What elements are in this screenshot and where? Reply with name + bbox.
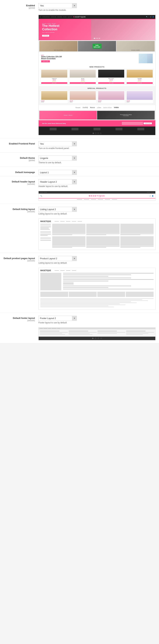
product-detail-add-to-cart-btn[interactable] (63, 282, 73, 285)
promo-shop-btn[interactable]: SHOP NOW (41, 60, 50, 62)
product-detail-line-price (63, 278, 131, 278)
footer-preview-col-3-line-2 (98, 333, 117, 334)
listing-sidebar-line-5 (40, 235, 48, 236)
product-below-ph-2 (69, 292, 97, 297)
listing-product-2 (86, 224, 120, 236)
footer-page-dot-4 (100, 132, 101, 134)
store-nav-links-left: ≡ CATEGORIES CATALOG BRANDS BLOG OUTLET (40, 16, 72, 18)
default-listing-layout-hint: Listing layout to use by default. (38, 212, 155, 217)
enabled-select-wrapper[interactable]: Yes No ▼ (38, 3, 77, 8)
footer-preview-bottom-dot-2 (95, 338, 96, 339)
default-header-layout-hint: Header layout to use by default. (38, 184, 155, 189)
enabled-frontend-panel-label: Enabled Frontend Panel (4, 142, 35, 145)
default-product-pages-layout-row: Default product pages layout [website] P… (0, 253, 159, 312)
product-price-4: $39.95 (127, 80, 153, 80)
product-layout-details (63, 273, 153, 290)
product-layout-preview-logo: MAGETIQUE (40, 270, 51, 272)
enabled-frontend-panel-select[interactable]: Yes No (38, 141, 77, 146)
default-listing-layout-select[interactable]: Listing Layout 1 Listing Layout 2 Listin… (38, 207, 77, 212)
header-preview-topbar (39, 191, 155, 194)
default-listing-layout-row: Default listing layout [website] Listing… (0, 204, 159, 253)
enabled-frontend-panel-row: Enabled Frontend Panel Yes No ▼ Turn on … (0, 138, 159, 152)
product-add-btn-2[interactable]: ADD TO CART (70, 82, 96, 84)
product-detail-line-extra-3 (63, 289, 153, 290)
header-nav-sub-item-2 (84, 199, 89, 200)
header-layout-preview: 🔍 MAGETIQUE ♡ 🛒 👤 (38, 191, 155, 201)
default-theme-select[interactable]: Lingerie Classic (38, 156, 77, 161)
hero-shop-btn[interactable]: SHOP NOW (42, 35, 49, 36)
default-listing-layout-label: Default listing layout (4, 208, 35, 210)
default-footer-layout-select[interactable]: Footer Layout 1 Footer Layout 2 Footer L… (38, 316, 77, 321)
newsletter-input[interactable] (122, 122, 143, 125)
default-listing-layout-select-wrapper[interactable]: Listing Layout 1 Listing Layout 2 Listin… (38, 207, 77, 212)
listing-product-4 (52, 236, 86, 248)
footer-page-dot-3 (98, 132, 99, 134)
special-card-1: $19.95 $29.95 (40, 90, 68, 103)
newsletter-btn[interactable]: SUBSCRIBE (144, 122, 152, 124)
listing-product-ph-2 (86, 224, 120, 233)
default-homepage-select[interactable]: Layout 1 Layout 2 Layout 3 (38, 170, 77, 175)
footer-col-1 (50, 128, 57, 130)
default-theme-content: Lingerie Classic ▼ Theme to use by defau… (38, 156, 155, 166)
footer-preview-col-1-line-1 (40, 332, 68, 333)
listing-product-info-5 (86, 246, 120, 248)
listing-product-6 (120, 236, 153, 248)
product-card-4: Gold Bikini $39.95 ★★★★★ ADD TO CART (126, 69, 153, 85)
default-header-layout-select-wrapper[interactable]: Header Layout 1 Header Layout 2 Header L… (38, 179, 77, 184)
default-homepage-select-wrapper[interactable]: Layout 1 Layout 2 Layout 3 ▼ (38, 170, 77, 175)
default-footer-layout-select-wrapper[interactable]: Footer Layout 1 Footer Layout 2 Footer L… (38, 316, 77, 321)
product-add-btn-4[interactable]: ADD TO CART (127, 82, 153, 84)
default-product-pages-layout-select[interactable]: Product Layout 1 Product Layout 2 Produc… (38, 256, 77, 261)
hero-dots (94, 38, 100, 39)
product-img-3 (98, 70, 124, 78)
header-topbar-link-3 (147, 192, 150, 192)
product-add-btn-1[interactable]: ADD TO CART (41, 82, 67, 84)
default-header-layout-select[interactable]: Header Layout 1 Header Layout 2 Header L… (38, 179, 77, 184)
footer-preview-topstrip-line-3 (48, 328, 51, 328)
default-homepage-label: Default homepage (4, 171, 35, 174)
enabled-frontend-panel-content: Yes No ▼ Turn on to enable frontend pane… (38, 141, 155, 151)
default-header-layout-row: Default header layout [website] Header L… (0, 176, 159, 204)
footer-col-5 (137, 128, 144, 130)
default-product-pages-layout-select-wrapper[interactable]: Product Layout 1 Product Layout 2 Produc… (38, 256, 77, 261)
hero-dot-1 (94, 38, 95, 39)
brand-vixen: VIXEN (114, 107, 119, 108)
cat-label-1: SEXY COLLECTIONS (39, 50, 77, 51)
enabled-frontend-panel-select-wrapper[interactable]: Yes No ▼ (38, 141, 77, 146)
product-footer-line-2 (40, 299, 142, 300)
footer-page-dot-2 (95, 132, 97, 134)
special-img-3 (98, 91, 124, 100)
listing-sidebar-line-1 (40, 226, 51, 227)
listing-product-5 (86, 236, 120, 248)
product-layout-preview: MAGETIQUE (38, 268, 155, 310)
product-price-2: $24.95 (70, 80, 96, 80)
footer-preview-topstrip-line-1 (40, 328, 43, 328)
footer-layout-preview (38, 328, 155, 340)
brand-soliver: s.Oliver (97, 107, 101, 108)
footer-link-1-3 (50, 130, 57, 130)
store-nav: ≡ CATEGORIES CATALOG BRANDS BLOG OUTLET … (39, 15, 155, 19)
product-card-1: Lingerie Set $29.95 ★★★★★ ADD TO CART (40, 69, 68, 85)
listing-product-line-2-1 (86, 234, 120, 234)
listing-product-line-4-1 (52, 246, 86, 247)
brand-calvinklein: Calvin Klein (103, 107, 112, 108)
category-item-2: Sale50% OFF (78, 41, 116, 52)
default-theme-select-wrapper[interactable]: Lingerie Classic ▼ (38, 156, 77, 161)
product-add-btn-3[interactable]: ADD TO CART (98, 82, 124, 84)
header-nav-sub-item-3 (91, 199, 96, 200)
header-preview-logo-row: 🔍 MAGETIQUE ♡ 🛒 👤 (39, 194, 155, 198)
new-products-title: New Products (40, 66, 153, 68)
footer-link-2-1 (71, 128, 78, 128)
footer-link-4-3 (116, 130, 122, 130)
special-card-3: $26.95 $36.95 (97, 90, 125, 103)
listing-sidebar-block-2 (40, 231, 51, 233)
enabled-select[interactable]: Yes No (38, 3, 77, 8)
header-preview-cart-icons: ♡ 🛒 👤 (147, 195, 153, 197)
listing-product-line-1-2 (52, 234, 72, 235)
default-product-pages-layout-label-col: Default product pages layout [website] (4, 256, 38, 262)
product-layout-preview-header: MAGETIQUE (40, 270, 153, 272)
footer-link-3-1 (94, 128, 101, 128)
listing-sidebar-line-6 (40, 240, 51, 241)
product-img-1 (41, 70, 67, 78)
listing-product-line-3-2 (120, 234, 140, 235)
